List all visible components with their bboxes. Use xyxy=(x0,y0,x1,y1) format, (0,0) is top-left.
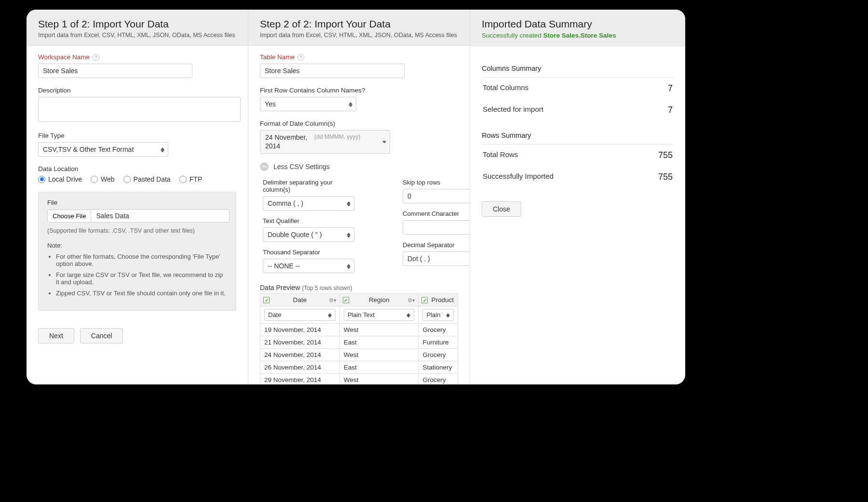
column-type-select[interactable]: Plain Text xyxy=(344,309,415,321)
success-message: Successfully created Store Sales.Store S… xyxy=(482,32,674,39)
column-checkbox[interactable]: ✓ xyxy=(421,297,428,303)
table-row: 21 November, 2014EastFurniture xyxy=(260,336,458,349)
dateformat-label: Format of Date Column(s) xyxy=(260,120,458,127)
data-location-label: Data Location xyxy=(38,165,236,172)
firstrow-select[interactable]: Yes xyxy=(260,97,356,111)
dateformat-select[interactable]: 24 November, 2014(dd MMMM, yyyy) xyxy=(260,130,390,154)
radio-web[interactable]: Web xyxy=(91,175,115,183)
workspace-name-label: Workspace Name ? xyxy=(38,53,236,61)
step1-title: Step 1 of 2: Import Your Data xyxy=(38,18,236,30)
column-header: Product xyxy=(431,296,454,304)
radio-ftp[interactable]: FTP xyxy=(179,175,202,183)
help-icon[interactable]: ? xyxy=(93,54,99,61)
less-csv-settings-toggle[interactable]: Less CSV Settings xyxy=(260,162,458,171)
table-name-input[interactable] xyxy=(260,64,405,78)
note-item: Zipped CSV, TSV or Text file should cont… xyxy=(56,290,227,297)
supported-formats: (Supported file formats: .CSV, .TSV and … xyxy=(47,227,227,234)
step2-panel: Step 2 of 2: Import Your Data Import dat… xyxy=(248,10,470,384)
skip-rows-label: Skip top rows xyxy=(403,179,470,186)
decimal-select[interactable]: Dot ( . ) xyxy=(403,251,470,266)
step1-panel: Step 1 of 2: Import Your Data Import dat… xyxy=(27,10,248,384)
columns-summary-title: Columns Summary xyxy=(482,65,674,78)
comment-char-label: Comment Character xyxy=(403,210,470,217)
step2-title: Step 2 of 2: Import Your Data xyxy=(260,18,458,30)
thousand-select[interactable]: -- NONE -- xyxy=(263,259,354,273)
note-item: For other file formats, Choose the corre… xyxy=(56,253,227,267)
description-label: Description xyxy=(38,87,236,94)
close-button[interactable]: Close xyxy=(482,201,521,217)
help-icon[interactable]: ? xyxy=(298,54,304,61)
rows-summary-title: Rows Summary xyxy=(482,132,674,145)
step1-header: Step 1 of 2: Import Your Data Import dat… xyxy=(27,10,248,46)
step1-subtitle: Import data from Excel, CSV, HTML, XML, … xyxy=(38,32,236,39)
gear-icon[interactable]: ⚙▾ xyxy=(329,297,337,303)
column-header: Date xyxy=(293,296,307,304)
column-checkbox[interactable]: ✓ xyxy=(343,297,349,303)
data-preview-table: ✓Date⚙▾ ✓Region⚙▾ ✓Product Date Plain Te… xyxy=(260,293,458,384)
summary-title: Imported Data Summary xyxy=(482,18,674,30)
note-item: For large size CSV or TSV or Text file, … xyxy=(56,271,227,286)
qualifier-select[interactable]: Double Quote ( " ) xyxy=(263,227,354,242)
skip-rows-input[interactable] xyxy=(403,189,470,203)
cancel-button[interactable]: Cancel xyxy=(80,328,123,343)
minus-icon xyxy=(260,162,269,171)
gear-icon[interactable]: ⚙▾ xyxy=(407,297,415,303)
choose-file-button[interactable]: Choose File xyxy=(47,210,91,223)
filetype-label: File Type xyxy=(38,132,236,139)
table-name-label: Table Name ? xyxy=(260,53,458,61)
summary-row: Selected for import7 xyxy=(482,99,674,121)
delimiter-select[interactable]: Comma ( , ) xyxy=(263,196,354,211)
table-row: 29 November, 2014WestGrocery xyxy=(260,374,458,385)
column-checkbox[interactable]: ✓ xyxy=(263,297,270,303)
import-wizard-window: Step 1 of 2: Import Your Data Import dat… xyxy=(27,10,685,384)
data-preview-label: Data Preview (Top 5 rows shown) xyxy=(260,284,458,291)
column-type-select[interactable]: Date xyxy=(264,309,336,321)
qualifier-label: Text Qualifier xyxy=(263,217,354,225)
table-row: 26 November, 2014EastStationery xyxy=(260,361,458,374)
summary-row: Total Rows755 xyxy=(482,145,674,166)
file-label: File xyxy=(47,199,227,206)
summary-row: Successfully Imported755 xyxy=(482,166,674,188)
step2-header: Step 2 of 2: Import Your Data Import dat… xyxy=(248,10,470,46)
radio-local-drive[interactable]: Local Drive xyxy=(38,175,82,183)
next-button[interactable]: Next xyxy=(38,328,74,343)
summary-panel: Imported Data Summary Successfully creat… xyxy=(470,10,685,384)
workspace-name-input[interactable] xyxy=(38,64,192,78)
column-type-select[interactable]: Plain Text xyxy=(422,309,454,321)
table-row: 24 November, 2014WestGrocery xyxy=(260,349,458,361)
step2-subtitle: Import data from Excel, CSV, HTML, XML, … xyxy=(260,32,458,39)
data-location-radios: Local Drive Web Pasted Data FTP xyxy=(38,175,236,183)
column-header: Region xyxy=(369,296,390,304)
firstrow-label: First Row Contains Column Names? xyxy=(260,87,458,94)
thousand-label: Thousand Separator xyxy=(263,249,354,256)
summary-row: Total Columns7 xyxy=(482,78,674,99)
description-input[interactable] xyxy=(38,97,241,122)
radio-pasted-data[interactable]: Pasted Data xyxy=(123,175,171,183)
decimal-label: Decimal Separator xyxy=(403,241,470,249)
note-heading: Note: xyxy=(47,242,227,249)
summary-header: Imported Data Summary Successfully creat… xyxy=(470,10,685,46)
table-row: 19 November, 2014WestGrocery xyxy=(260,324,458,336)
filetype-select[interactable]: CSV,TSV & Other Text Format xyxy=(38,142,168,157)
chosen-file-name: Sales Data xyxy=(91,209,230,223)
file-box: File Choose File Sales Data (Supported f… xyxy=(38,192,236,311)
comment-char-input[interactable] xyxy=(403,220,470,235)
delimiter-label: Delimiter separating your column(s) xyxy=(263,179,354,193)
